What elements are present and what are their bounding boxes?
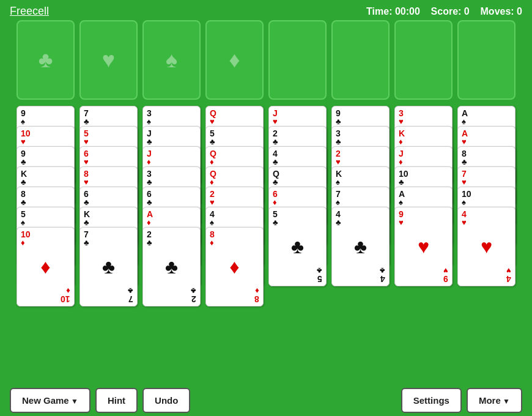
table-row[interactable]: 4♣♣4♣ [331,207,390,286]
more-button[interactable]: More [467,388,522,413]
card-suit-top: ♦ [147,218,151,226]
card-suit-top: ♥ [399,117,404,125]
card-rank-top: 8 [210,230,215,239]
free-cell-2[interactable] [79,20,138,100]
top-row [6,20,526,100]
card-suit-top: ♣ [147,239,152,247]
card-suit-top: ♣ [147,138,152,146]
card-suit-top: ♣ [147,178,152,186]
card-rank-bottom: 8 [254,295,259,303]
card-rank-top: 3 [147,169,152,178]
table-row[interactable]: 4♥♥4♥ [457,207,515,286]
foundation-cell-4[interactable] [457,20,515,100]
column-6[interactable]: 9♣♣9♣3♣♣3♣2♥♥2♥K♠♠K♠7♠♠7♠4♣♣4♣ [331,106,390,271]
column-5[interactable]: J♥♥J♥2♣♣2♣4♣♣4♣Q♣♣Q♣6♦♦6♦5♣♣5♣ [268,106,327,271]
card-rank-top: 9 [21,109,26,117]
diamonds-icon [229,47,240,73]
table-row[interactable]: 2♣♣2♣ [142,227,201,306]
card-rank-bottom: 4 [506,275,511,283]
hearts-icon [102,47,115,73]
card-suit-top: ♠ [462,198,466,206]
card-rank-top: K [84,210,90,218]
card-rank-top: J [147,149,152,158]
card-rank-top: 2 [147,230,152,239]
card-rank-top: 5 [21,210,26,218]
card-rank-top: 4 [210,210,215,218]
card-center-suit: ♥ [481,236,492,258]
foundation-cell-2[interactable] [331,20,390,100]
card-rank-top: 9 [21,149,26,158]
card-suit-bottom: ♥ [443,267,448,275]
table-row[interactable]: 7♣♣7♣ [79,227,138,306]
card-suit-bottom: ♣ [128,287,133,295]
card-suit-top: ♣ [336,138,341,146]
card-rank-top: 3 [147,109,152,117]
card-rank-top: 8 [462,149,467,158]
column-3[interactable]: 3♠♠3♠J♣♣J♣J♦♦J♦3♣♣3♣6♣♣6♣A♦♦A♦2♣♣2♣ [142,106,201,291]
card-rank-top: 4 [273,149,278,158]
table-row[interactable]: 8♦♦8♦ [205,227,264,306]
card-rank-top: 5 [210,129,215,138]
card-rank-top: 4 [336,210,341,218]
footer-right: Settings More [401,388,522,413]
card-rank-top: 6 [84,190,89,198]
card-suit-top: ♥ [462,218,467,226]
card-suit-top: ♣ [462,158,467,166]
game-title[interactable]: Freecell [10,5,49,18]
card-rank-bottom: 5 [317,275,322,283]
card-center-suit: ♦ [229,256,239,278]
card-rank-top: 6 [147,190,152,198]
card-suit-top: ♣ [273,138,278,146]
card-suit-top: ♥ [399,218,404,226]
column-2[interactable]: 7♣♣7♣5♥♥5♥6♥♥6♥8♥♥8♥6♣♣6♣K♣♣K♣7♣♣7♣ [79,106,138,291]
footer-left: New Game Hint Undo [10,388,190,413]
table-row[interactable]: 10♦♦10♦ [17,227,75,306]
card-rank-top: K [399,129,405,138]
card-suit-bottom: ♣ [317,267,322,275]
foundation-cell-1[interactable] [268,20,327,100]
card-suit-top: ♥ [273,117,278,125]
free-cell-3[interactable] [142,20,201,100]
card-center-suit: ♣ [354,236,367,258]
card-suit-top: ♣ [84,198,89,206]
footer: New Game Hint Undo Settings More [0,384,532,416]
card-suit-top: ♥ [21,138,26,146]
card-suit-top: ♣ [336,218,341,226]
card-rank-top: 10 [462,190,471,198]
undo-button[interactable]: Undo [142,388,190,413]
new-game-button[interactable]: New Game [10,388,91,413]
card-rank-top: 9 [336,109,341,117]
card-rank-top: J [273,109,278,117]
card-suit-top: ♠ [210,218,214,226]
settings-button[interactable]: Settings [401,388,462,413]
card-suit-top: ♠ [147,117,151,125]
time-display: Time: 00:00 [366,6,420,17]
table-row[interactable]: 5♣♣5♣ [268,207,327,286]
card-suit-top: ♣ [84,117,89,125]
clubs-icon [39,47,53,73]
card-rank-top: 2 [210,190,215,198]
card-rank-top: 10 [21,129,31,138]
column-7[interactable]: 3♥♥3♥K♦♦K♦J♦♦J♦10♣♣10♣A♠♠A♠9♥♥9♥ [394,106,453,271]
card-suit-top: ♦ [21,239,25,247]
column-1[interactable]: 9♠♠9♠10♥♥10♥9♣♣9♣K♣♣K♣8♣♣8♣5♠♠5♠10♦♦10♦ [17,106,75,291]
card-rank-top: 3 [399,109,404,117]
column-4[interactable]: Q♥♥Q♥5♣♣5♣Q♦♦Q♦Q♦♦Q♦2♥♥2♥4♠♠4♠8♦♦8♦ [205,106,264,291]
foundation-cell-3[interactable] [394,20,453,100]
card-rank-top: 6 [273,190,278,198]
card-suit-top: ♣ [84,239,89,247]
column-8[interactable]: A♠♠A♠A♥♥A♥8♣♣8♣7♥♥7♥10♠♠10♠4♥♥4♥ [457,106,515,271]
card-rank-top: 8 [21,190,26,198]
score-display: Score: 0 [431,6,470,17]
card-rank-top: Q [273,169,279,178]
card-rank-top: 10 [21,230,31,239]
hint-button[interactable]: Hint [95,388,138,413]
card-rank-top: 7 [462,169,467,178]
card-rank-top: 3 [336,129,341,138]
table-row[interactable]: 9♥♥9♥ [394,207,453,286]
card-rank-top: 7 [84,109,89,117]
free-cell-4[interactable] [205,20,264,100]
card-suit-top: ♠ [336,198,340,206]
card-suit-top: ♥ [84,178,89,186]
free-cell-1[interactable] [17,20,75,100]
